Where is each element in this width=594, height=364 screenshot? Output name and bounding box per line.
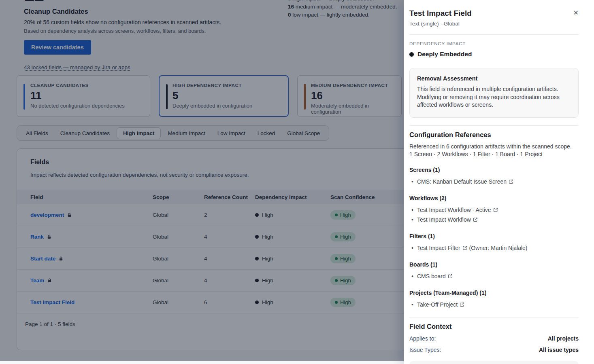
reference-list-item: Test Impact Filter(Owner: Martin Njalale… xyxy=(409,243,579,253)
reference-list-item: Test Impact Workflow - Active xyxy=(409,205,579,215)
impact-dot xyxy=(409,52,414,57)
field-context-title: Field Context xyxy=(409,323,579,330)
group-heading: Workflows (2) xyxy=(409,195,579,201)
references-summary: Referenced in 6 configuration artifacts … xyxy=(409,143,579,159)
reference-link[interactable]: Test Impact Workflow xyxy=(417,216,471,223)
reference-list-item: CMS: Kanban Default Issue Screen xyxy=(409,177,579,186)
field-detail-drawer: Test Impact Field ✕ Text (single) · Glob… xyxy=(404,0,594,364)
reference-link[interactable]: Test Impact Workflow - Active xyxy=(417,207,491,213)
external-link-icon[interactable] xyxy=(459,302,465,307)
external-link-icon[interactable] xyxy=(473,217,478,222)
reference-list-item: Test Impact Workflow xyxy=(409,215,579,224)
reference-link[interactable]: Test Impact Filter xyxy=(417,245,460,251)
reference-owner: (Owner: Martin Njalale) xyxy=(469,245,528,251)
reference-group-workflows: Workflows (2) Test Impact Workflow - Act… xyxy=(409,195,579,224)
dependency-impact-value: Deeply Embedded xyxy=(409,51,579,58)
modal-backdrop[interactable] xyxy=(0,0,404,361)
reference-link[interactable]: Take-Off Project xyxy=(417,301,458,308)
field-context-section: Field Context Applies to: All projects I… xyxy=(409,323,579,364)
removal-assessment-box: Removal Assessment This field is referen… xyxy=(409,68,579,118)
reference-group-projects: Projects (Team-Managed) (1) Take-Off Pro… xyxy=(409,290,579,309)
external-link-icon[interactable] xyxy=(462,245,468,251)
references-breakdown: 1 Screen · 2 Workflows · 1 Filter · 1 Bo… xyxy=(409,150,579,158)
external-link-icon[interactable] xyxy=(493,207,498,213)
group-heading: Filters (1) xyxy=(409,233,579,239)
reference-list-item: Take-Off Project xyxy=(409,300,579,309)
configuration-references-section: Configuration References Referenced in 6… xyxy=(409,131,579,310)
reference-group-screens: Screens (1) CMS: Kanban Default Issue Sc… xyxy=(409,167,579,186)
reference-list-item: CMS board xyxy=(409,271,579,281)
context-row-issue-types: Issue Types: All issue types xyxy=(409,347,579,353)
reference-group-boards: Boards (1) CMS board xyxy=(409,261,579,281)
context-row-applies-to: Applies to: All projects xyxy=(409,335,579,342)
group-heading: Projects (Team-Managed) (1) xyxy=(409,290,579,296)
configuration-references-title: Configuration References xyxy=(409,131,579,139)
drawer-title: Test Impact Field xyxy=(409,9,472,18)
divider xyxy=(409,34,579,35)
close-icon[interactable]: ✕ xyxy=(573,9,579,17)
external-link-icon[interactable] xyxy=(447,273,453,279)
scan-confidence-note: Scan Confidence: High — All configured s… xyxy=(409,361,579,364)
dependency-impact-label: DEPENDENCY IMPACT xyxy=(409,41,579,46)
removal-assessment-body: This field is referenced in multiple con… xyxy=(417,85,571,109)
reference-group-filters: Filters (1) Test Impact Filter(Owner: Ma… xyxy=(409,233,579,253)
removal-assessment-title: Removal Assessment xyxy=(417,75,571,82)
reference-link[interactable]: CMS board xyxy=(417,273,446,279)
divider xyxy=(409,125,579,126)
divider xyxy=(409,317,579,317)
external-link-icon[interactable] xyxy=(508,179,514,184)
group-heading: Boards (1) xyxy=(409,261,579,268)
drawer-subtitle: Text (single) · Global xyxy=(409,21,579,27)
group-heading: Screens (1) xyxy=(409,167,579,173)
reference-link[interactable]: CMS: Kanban Default Issue Screen xyxy=(417,178,507,185)
